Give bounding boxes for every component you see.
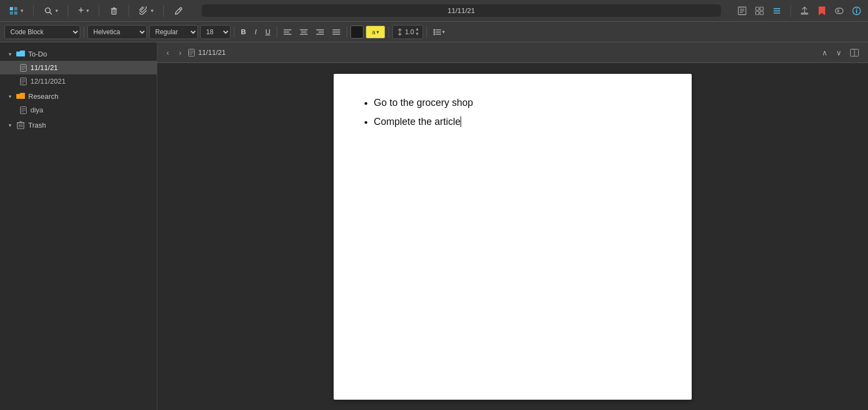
- svg-rect-0: [10, 7, 13, 10]
- editor-header: ‹ › 11/11/21 ∧ ∨: [157, 42, 868, 63]
- list-view-icon[interactable]: [771, 5, 783, 17]
- align-center-button[interactable]: [297, 25, 311, 39]
- sidebar-group-research-header[interactable]: ▾ Research: [0, 89, 157, 103]
- main-content: ▾ To-Do 11/11/21: [0, 42, 868, 410]
- fmt-sep-3: [277, 27, 277, 37]
- top-right-icons: [736, 5, 863, 17]
- text-color-button[interactable]: [350, 26, 363, 39]
- font-select[interactable]: Helvetica Arial Times New Roman: [87, 25, 147, 39]
- attach-icon: [139, 6, 149, 16]
- delete-button[interactable]: [106, 4, 122, 18]
- svg-rect-6: [112, 9, 116, 14]
- svg-rect-17: [760, 7, 763, 10]
- note-icon-2: [20, 78, 27, 85]
- search-chevron: ▾: [55, 8, 58, 14]
- sidebar-group-trash: ▾ Trash: [0, 118, 157, 132]
- underline-button[interactable]: U: [262, 25, 273, 39]
- svg-rect-24: [837, 9, 839, 12]
- info-icon[interactable]: [851, 5, 863, 17]
- svg-point-41: [433, 29, 435, 30]
- folder-orange-icon: [16, 92, 25, 100]
- editor-title: 11/11/21: [198, 48, 226, 56]
- list-button[interactable]: ▾: [430, 25, 448, 39]
- attach-chevron: ▾: [151, 8, 154, 14]
- sidebar-group-todo-header[interactable]: ▾ To-Do: [0, 47, 157, 61]
- list-item-2: Complete the article: [374, 115, 665, 129]
- list-item-2-text: Complete the article: [374, 116, 461, 127]
- align-right-button[interactable]: [313, 25, 327, 39]
- sidebar-item-diya[interactable]: diya: [0, 103, 157, 117]
- doc-view-icon[interactable]: [736, 5, 748, 17]
- sidebar-item-12112021-label: 12/11/2021: [30, 77, 66, 85]
- nav-next-button[interactable]: ›: [176, 47, 184, 59]
- sidebar-group-todo-label: To-Do: [28, 50, 47, 58]
- new-note-button[interactable]: + ▾: [75, 3, 92, 18]
- search-icon: [43, 6, 53, 16]
- line-height-control: 1.0 ▲ ▼: [392, 25, 423, 39]
- svg-rect-3: [14, 11, 17, 15]
- size-select[interactable]: 18 12 14 16 20 24: [200, 25, 231, 39]
- separator-6: [790, 5, 791, 17]
- list-item-1: Go to the grocery shop: [374, 96, 665, 110]
- italic-button[interactable]: I: [251, 25, 260, 39]
- separator-1: [33, 5, 34, 17]
- separator-4: [129, 5, 129, 17]
- compose-button[interactable]: [170, 4, 187, 18]
- window-chevron: ▾: [21, 8, 23, 14]
- highlight-button[interactable]: a ▾: [366, 26, 385, 39]
- color-preview: [353, 28, 361, 36]
- search-button[interactable]: ▾: [40, 4, 61, 18]
- fmt-sep-4: [347, 27, 347, 37]
- fmt-sep-6: [426, 27, 427, 37]
- editor-header-right: ∧ ∨: [819, 47, 861, 59]
- nav-next-icon: ›: [179, 48, 182, 57]
- document-page[interactable]: Go to the grocery shop Complete the arti…: [334, 74, 692, 400]
- bookmark-icon[interactable]: [816, 5, 828, 17]
- align-left-button[interactable]: [280, 25, 295, 39]
- folder-blue-icon: [16, 49, 25, 58]
- attach-button[interactable]: ▾: [136, 4, 157, 18]
- sidebar-group-trash-label: Trash: [28, 121, 46, 129]
- svg-rect-1: [14, 7, 17, 10]
- sidebar-item-diya-label: diya: [30, 106, 43, 114]
- editor-content-wrapper[interactable]: Go to the grocery shop Complete the arti…: [157, 63, 868, 410]
- collapse-down-button[interactable]: ∨: [833, 47, 844, 59]
- list-chevron: ▾: [442, 29, 445, 35]
- note-icon-3: [20, 106, 27, 114]
- sidebar-group-todo: ▾ To-Do 11/11/21: [0, 47, 157, 88]
- new-note-chevron: ▾: [86, 8, 89, 14]
- nav-prev-icon: ‹: [167, 48, 169, 57]
- svg-rect-18: [756, 11, 759, 15]
- sidebar-item-1121[interactable]: 11/11/21: [0, 61, 157, 74]
- sidebar-item-12112021[interactable]: 12/11/2021: [0, 74, 157, 88]
- nav-prev-button[interactable]: ‹: [164, 47, 172, 59]
- svg-line-11: [179, 9, 181, 10]
- svg-rect-2: [10, 11, 13, 15]
- svg-point-43: [433, 33, 435, 35]
- block-type-select[interactable]: Code Block Paragraph Heading 1 Heading 2…: [4, 25, 80, 39]
- window-button[interactable]: ▾: [5, 4, 27, 18]
- share-icon[interactable]: [799, 5, 810, 17]
- sidebar-group-research-label: Research: [28, 92, 59, 100]
- list-item-1-text: Go to the grocery shop: [374, 97, 473, 108]
- grid-view-icon[interactable]: [754, 5, 765, 17]
- weight-select[interactable]: Regular Bold Light: [149, 25, 198, 39]
- svg-point-27: [856, 8, 857, 9]
- mask-icon[interactable]: [833, 5, 845, 17]
- window-icon: [9, 6, 18, 16]
- bullet-list: Go to the grocery shop Complete the arti…: [361, 96, 665, 129]
- line-height-stepper[interactable]: ▲ ▼: [415, 27, 419, 36]
- editor-breadcrumb: 11/11/21: [188, 48, 226, 56]
- justify-button[interactable]: [329, 25, 343, 39]
- collapse-up-button[interactable]: ∧: [819, 47, 830, 59]
- highlight-chevron: ▾: [376, 29, 379, 35]
- top-toolbar: ▾ ▾ + ▾: [0, 0, 868, 22]
- chevron-down-icon: ▾: [7, 51, 13, 57]
- format-toolbar: Code Block Paragraph Heading 1 Heading 2…: [0, 22, 868, 42]
- split-view-button[interactable]: [847, 47, 861, 58]
- sidebar-group-trash-header[interactable]: ▾ Trash: [0, 118, 157, 132]
- sidebar: ▾ To-Do 11/11/21: [0, 42, 157, 410]
- window-title: 11/11/21: [202, 4, 721, 17]
- bold-button[interactable]: B: [238, 25, 249, 39]
- chevron-down-icon-2: ▾: [7, 93, 13, 99]
